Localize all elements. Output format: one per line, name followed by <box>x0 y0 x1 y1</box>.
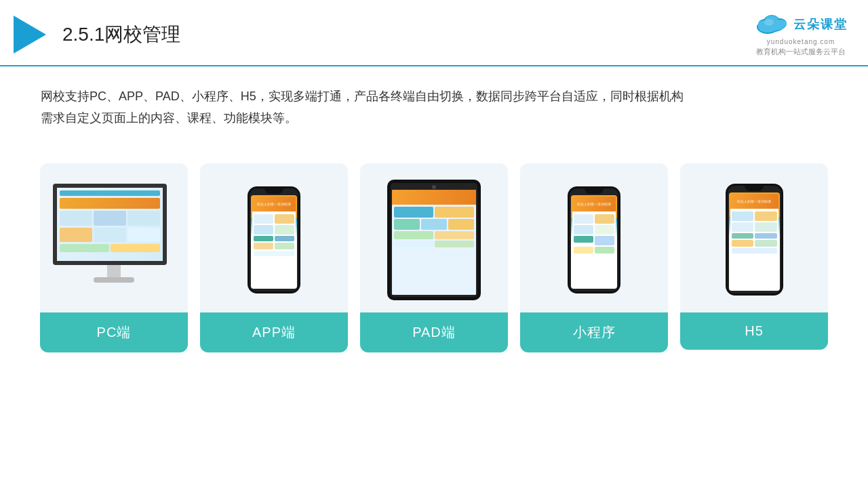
description-line1: 网校支持PC、APP、PAD、小程序、H5，实现多端打通，产品各终端自由切换，数… <box>41 85 827 107</box>
logo-text-cn: 云朵课堂 <box>793 16 848 33</box>
description-block: 网校支持PC、APP、PAD、小程序、H5，实现多端打通，产品各终端自由切换，数… <box>0 66 868 136</box>
card-app-label: APP端 <box>200 312 348 352</box>
card-app: 职达人的第一堂训练课 <box>200 163 348 352</box>
card-pc-image <box>40 163 188 312</box>
cards-container: PC端 职达人的第一堂训练课 <box>0 143 868 366</box>
phone-h5-icon: 职达人的第一堂训练课 <box>726 184 783 296</box>
card-miniprogram-image: 职达人的第一堂训练课 <box>520 163 668 312</box>
card-h5-label: H5 <box>680 312 828 350</box>
header-left: 2.5.1网校管理 <box>14 16 180 54</box>
description-line2: 需求自定义页面上的内容、课程、功能模块等。 <box>41 107 827 129</box>
phone-app-icon: 职达人的第一堂训练课 <box>248 186 300 293</box>
tablet-pad-icon <box>387 180 481 300</box>
card-pad-image <box>360 163 508 312</box>
card-h5: 职达人的第一堂训练课 <box>680 163 828 350</box>
pc-monitor-icon <box>53 184 175 296</box>
cloud-icon <box>754 12 789 37</box>
card-miniprogram-label: 小程序 <box>520 312 668 352</box>
card-pc: PC端 <box>40 163 188 352</box>
card-pad: PAD端 <box>360 163 508 352</box>
logo-area: 云朵课堂 yunduoketang.com 教育机构一站式服务云平台 <box>754 12 848 57</box>
card-pc-label: PC端 <box>40 312 188 352</box>
play-icon <box>14 16 46 54</box>
logo-cloud: 云朵课堂 <box>754 12 848 37</box>
card-h5-image: 职达人的第一堂训练课 <box>680 163 828 312</box>
page-title: 2.5.1网校管理 <box>62 22 180 47</box>
phone-mini-icon: 职达人的第一堂训练课 <box>568 186 620 293</box>
logo-text-en: yunduoketang.com <box>767 38 835 45</box>
card-pad-label: PAD端 <box>360 312 508 352</box>
card-miniprogram: 职达人的第一堂训练课 <box>520 163 668 352</box>
logo-slogan: 教育机构一站式服务云平台 <box>756 47 846 57</box>
svg-point-10 <box>764 19 774 26</box>
card-app-image: 职达人的第一堂训练课 <box>200 163 348 312</box>
page-header: 2.5.1网校管理 云朵课堂 yunduoketang.com 教育 <box>0 0 868 66</box>
